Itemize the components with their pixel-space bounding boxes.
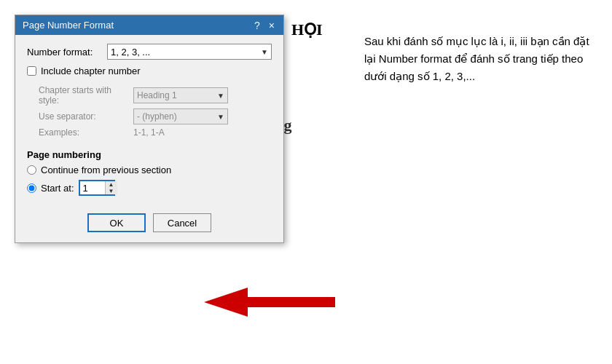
dialog-body: Number format: 1, 2, 3, ... ▼ Include ch…	[15, 35, 283, 213]
examples-label: Examples:	[39, 127, 133, 138]
page-wrapper: Heading HỌI Page Number Format ? × Numbe…	[0, 0, 612, 364]
examples-value: 1-1, 1-A	[133, 127, 165, 138]
chapter-starts-row: Chapter starts with style: Heading 1 ▼	[39, 85, 272, 106]
background-hoi-text: HỌI	[291, 20, 323, 39]
dialog-titlebar: Page Number Format ? ×	[15, 15, 283, 35]
cancel-button[interactable]: Cancel	[153, 213, 211, 232]
spin-up-button[interactable]: ▲	[106, 181, 117, 188]
separator-row: Use separator: - (hyphen) ▼	[39, 108, 272, 124]
number-format-label: Number format:	[27, 47, 107, 58]
number-format-row: Number format: 1, 2, 3, ... ▼	[27, 44, 272, 60]
svg-marker-0	[204, 288, 335, 317]
titlebar-actions: ? ×	[253, 20, 276, 31]
ok-button[interactable]: OK	[87, 213, 146, 232]
close-button[interactable]: ×	[267, 20, 276, 31]
chapter-options-section: Chapter starts with style: Heading 1 ▼ U…	[27, 82, 272, 143]
chapter-starts-dropdown-icon: ▼	[217, 92, 224, 100]
number-format-value: 1, 2, 3, ...	[111, 47, 150, 58]
start-at-row: Start at: ▲ ▼	[27, 180, 272, 196]
chapter-starts-label: Chapter starts with style:	[39, 85, 133, 106]
separator-select: - (hyphen) ▼	[133, 108, 228, 124]
examples-row: Examples: 1-1, 1-A	[39, 127, 272, 138]
separator-value: - (hyphen)	[137, 111, 177, 122]
start-at-label[interactable]: Start at:	[41, 183, 74, 194]
help-button[interactable]: ?	[253, 20, 262, 31]
red-arrow	[204, 284, 335, 323]
continue-radio[interactable]	[27, 165, 36, 175]
include-chapter-row: Include chapter number	[27, 66, 272, 76]
dialog-footer: OK Cancel	[15, 213, 283, 242]
separator-label: Use separator:	[39, 111, 133, 122]
instruction-text: Sau khi đánh số mục lục là i, ii, iii bạ…	[364, 35, 589, 82]
continue-label[interactable]: Continue from previous section	[41, 165, 171, 175]
include-chapter-label[interactable]: Include chapter number	[41, 66, 141, 76]
number-format-select[interactable]: 1, 2, 3, ... ▼	[107, 44, 272, 60]
page-numbering-heading: Page numbering	[27, 149, 272, 160]
separator-dropdown-icon: ▼	[217, 113, 224, 121]
start-at-spinbox: ▲ ▼	[79, 180, 115, 196]
start-at-input[interactable]	[80, 181, 105, 194]
chapter-starts-select: Heading 1 ▼	[133, 87, 228, 103]
start-at-radio[interactable]	[27, 183, 36, 193]
page-numbering-section: Page numbering Continue from previous se…	[27, 149, 272, 196]
chapter-starts-value: Heading 1	[137, 90, 177, 100]
continue-radio-row: Continue from previous section	[27, 165, 272, 175]
dialog-page-number-format: Page Number Format ? × Number format: 1,…	[15, 15, 284, 243]
spin-down-button[interactable]: ▼	[106, 188, 117, 194]
dropdown-arrow-icon: ▼	[261, 48, 268, 56]
dialog-title: Page Number Format	[23, 20, 114, 31]
spinbox-arrows: ▲ ▼	[105, 181, 117, 194]
instruction-panel: Sau khi đánh số mục lục là i, ii, iii bạ…	[364, 33, 590, 85]
include-chapter-checkbox[interactable]	[27, 66, 36, 76]
